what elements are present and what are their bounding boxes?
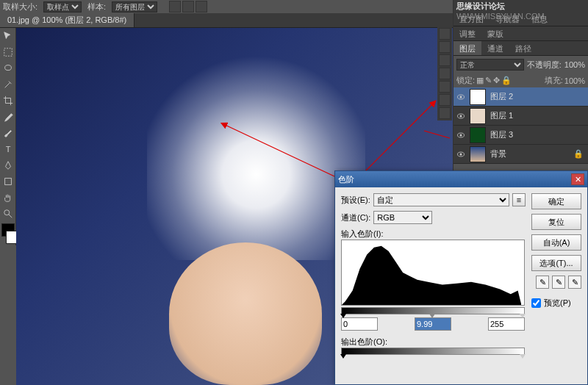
- close-icon[interactable]: ✕: [571, 173, 584, 185]
- gray-eyedropper-icon[interactable]: ✎: [552, 276, 565, 289]
- visibility-icon[interactable]: [455, 110, 467, 122]
- cancel-button[interactable]: 复位: [531, 214, 581, 230]
- sample-size-label: 取样大小:: [3, 1, 37, 12]
- input-levels-label: 输入色阶(I):: [341, 229, 383, 238]
- tab-channels[interactable]: 通道: [481, 41, 509, 55]
- svg-point-3: [4, 210, 10, 215]
- channel-select[interactable]: RGB: [373, 211, 432, 224]
- panel-icon[interactable]: [439, 81, 451, 93]
- panel-icon[interactable]: [439, 94, 451, 106]
- sample-size-select[interactable]: 取样点: [43, 1, 82, 12]
- fill-value[interactable]: 100%: [564, 76, 585, 85]
- type-tool-icon[interactable]: T: [1, 142, 15, 156]
- black-point-handle[interactable]: [340, 314, 346, 318]
- panel-icon[interactable]: [439, 41, 451, 53]
- wand-tool-icon[interactable]: [1, 77, 15, 92]
- gamma-input[interactable]: [415, 317, 451, 331]
- layer-item[interactable]: 图层 1: [453, 107, 588, 126]
- panel-icon[interactable]: [439, 28, 451, 40]
- visibility-icon[interactable]: [455, 91, 467, 103]
- preview-label: 预览(P): [544, 298, 571, 309]
- shape-tool-icon[interactable]: [1, 174, 15, 189]
- black-eyedropper-icon[interactable]: ✎: [536, 276, 549, 289]
- white-point-handle[interactable]: [520, 314, 526, 318]
- layer-thumb: [470, 108, 486, 124]
- layer-thumb: [470, 146, 486, 162]
- tab-masks[interactable]: 蒙版: [481, 26, 509, 40]
- tab-navigator[interactable]: 导航器: [490, 12, 526, 26]
- nav-panel-tabs: 直方图 导航器 信息: [453, 12, 588, 26]
- preset-menu-icon[interactable]: ≡: [512, 193, 526, 206]
- tab-layers[interactable]: 图层: [453, 41, 481, 55]
- input-slider[interactable]: [341, 307, 525, 314]
- options-button[interactable]: 选项(T)...: [531, 255, 581, 271]
- visibility-icon[interactable]: [455, 129, 467, 141]
- watermark: 思缘设计论坛 WWW.MISSYUAN.COM: [453, 0, 588, 12]
- hand-tool-icon[interactable]: [1, 190, 15, 205]
- tab-info[interactable]: 信息: [526, 12, 553, 26]
- visibility-icon[interactable]: [455, 148, 467, 160]
- layer-thumb: [470, 89, 486, 105]
- opacity-value[interactable]: 100%: [564, 60, 585, 69]
- lock-pixels-icon[interactable]: ✎: [485, 76, 492, 85]
- black-input[interactable]: [341, 317, 378, 331]
- lock-icon: 🔒: [573, 149, 584, 159]
- panel-icon[interactable]: [439, 68, 451, 79]
- preset-select[interactable]: 自定: [373, 193, 509, 206]
- pen-tool-icon[interactable]: [1, 158, 15, 173]
- svg-point-14: [460, 153, 462, 155]
- panel-icon[interactable]: [439, 54, 451, 66]
- document-tab[interactable]: 01.jpg @ 100% (图层 2, RGB/8#): [0, 13, 135, 27]
- option-icon[interactable]: [169, 1, 181, 12]
- layer-name: 图层 3: [490, 129, 513, 140]
- auto-button[interactable]: 自动(A): [531, 234, 581, 251]
- dialog-title-text: 色阶: [338, 174, 354, 185]
- zoom-tool-icon[interactable]: [1, 206, 15, 221]
- panel-icon[interactable]: [439, 107, 451, 119]
- brush-tool-icon[interactable]: [1, 126, 15, 140]
- crop-tool-icon[interactable]: [1, 93, 15, 108]
- move-tool-icon[interactable]: [1, 29, 15, 43]
- channel-label: 通道(C):: [341, 212, 370, 223]
- layer-panel-tabs: 图层 通道 路径: [453, 41, 588, 56]
- tab-adjustments[interactable]: 调整: [453, 26, 481, 40]
- lasso-tool-icon[interactable]: [1, 61, 15, 76]
- fill-label: 填充:: [545, 75, 563, 86]
- lock-all-icon[interactable]: 🔒: [501, 76, 512, 85]
- tab-paths[interactable]: 路径: [509, 41, 537, 55]
- lock-position-icon[interactable]: ✥: [493, 76, 500, 85]
- option-icon[interactable]: [182, 1, 194, 12]
- lock-row: 锁定: ▦ ✎ ✥ 🔒 填充: 100%: [453, 73, 588, 87]
- levels-dialog: 色阶 ✕ 预设(E): 自定 ≡ 通道(C): RGB 输入色阶(I):: [334, 170, 588, 385]
- sample-select[interactable]: 所有图层: [112, 1, 157, 12]
- sample-label: 样本:: [87, 1, 106, 12]
- tab-histogram[interactable]: 直方图: [453, 12, 490, 26]
- eyedropper-tool-icon[interactable]: [1, 109, 15, 124]
- layer-item[interactable]: 图层 3: [453, 126, 588, 145]
- svg-point-1: [5, 65, 12, 71]
- output-white-handle[interactable]: [520, 354, 526, 359]
- preview-checkbox[interactable]: [531, 298, 541, 308]
- svg-rect-0: [4, 48, 12, 57]
- output-levels-label: 输出色阶(O):: [341, 337, 387, 346]
- dialog-titlebar[interactable]: 色阶 ✕: [335, 171, 587, 187]
- option-icons: [169, 1, 207, 12]
- collapsed-panel-icons: [437, 26, 452, 120]
- lock-transparent-icon[interactable]: ▦: [476, 76, 484, 85]
- output-black-handle[interactable]: [340, 354, 346, 359]
- gamma-handle[interactable]: [429, 314, 435, 318]
- option-icon[interactable]: [196, 1, 207, 12]
- adjust-panel-tabs: 调整 蒙版: [453, 26, 588, 41]
- histogram: [341, 240, 525, 306]
- ok-button[interactable]: 确定: [531, 193, 581, 209]
- white-eyedropper-icon[interactable]: ✎: [568, 276, 581, 289]
- blend-mode-select[interactable]: 正常: [456, 59, 524, 71]
- white-input[interactable]: [488, 317, 525, 331]
- output-slider[interactable]: [341, 348, 525, 355]
- blend-row: 正常 不透明度: 100%: [453, 56, 588, 73]
- svg-point-10: [460, 115, 462, 117]
- layer-item[interactable]: 背景 🔒: [453, 145, 588, 164]
- marquee-tool-icon[interactable]: [1, 45, 15, 60]
- eyedropper-group: ✎ ✎ ✎: [531, 276, 581, 289]
- layer-item[interactable]: 图层 2: [453, 87, 588, 107]
